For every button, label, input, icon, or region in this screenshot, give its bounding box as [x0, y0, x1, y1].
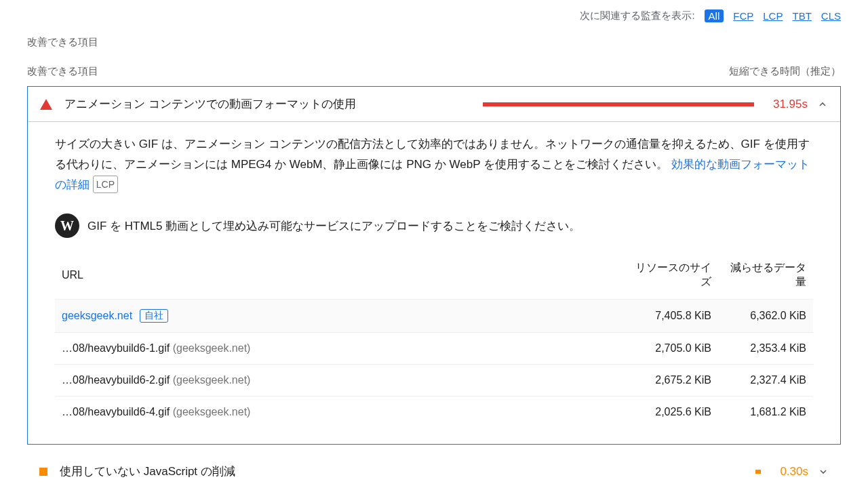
filter-label: 次に関連する監査を表示:	[580, 9, 694, 22]
th-savings: 減らせるデータ量	[718, 251, 813, 300]
resources-table: URL リソースのサイズ 減らせるデータ量 geeksgeek.net 自社 7…	[55, 251, 813, 428]
opportunities-header: 改善できる項目 短縮できる時間（推定）	[27, 65, 841, 78]
audit-metric: 31.95s	[773, 98, 808, 111]
filter-tbt[interactable]: TBT	[792, 10, 811, 22]
audit-header[interactable]: 使用していない JavaScript の削減 0.30s	[27, 454, 841, 488]
table-row[interactable]: …08/heavybuild6-1.gif (geeksgeek.net) 2,…	[55, 333, 813, 365]
filter-cls[interactable]: CLS	[821, 10, 841, 22]
cell-savings: 6,362.0 KiB	[718, 300, 813, 333]
filter-lcp[interactable]: LCP	[763, 10, 783, 22]
section-title: 改善できる項目	[27, 36, 841, 49]
audit-body: サイズの大きい GIF は、アニメーション コンテンツの配信方法として効率的では…	[28, 122, 840, 444]
audit-filter-row: 次に関連する監査を表示: All FCP LCP TBT CLS	[27, 0, 841, 36]
opps-col-right: 短縮できる時間（推定）	[729, 65, 841, 78]
filter-fcp[interactable]: FCP	[733, 10, 753, 22]
stack-hint: W GIF を HTML5 動画として埋め込み可能なサービスにアップロードするこ…	[55, 214, 813, 238]
table-row[interactable]: …08/heavybuild6-2.gif (geeksgeek.net) 2,…	[55, 365, 813, 396]
th-url: URL	[55, 251, 623, 300]
square-orange-icon	[39, 468, 47, 476]
audit-unused-js: 使用していない JavaScript の削減 0.30s	[27, 454, 841, 488]
table-row[interactable]: …08/heavybuild6-4.gif (geeksgeek.net) 2,…	[55, 396, 813, 428]
first-party-badge: 自社	[140, 309, 168, 323]
cell-size: 7,405.8 KiB	[623, 300, 718, 333]
audit-title: 使用していない JavaScript の削減	[60, 464, 490, 479]
audit-metric: 0.30s	[780, 465, 808, 479]
th-size: リソースのサイズ	[623, 251, 718, 300]
audit-header[interactable]: アニメーション コンテンツでの動画フォーマットの使用 31.95s	[28, 87, 840, 122]
lcp-badge: LCP	[93, 176, 118, 194]
chevron-down-icon	[818, 466, 829, 477]
host-name: geeksgeek.net	[62, 310, 132, 321]
audit-title: アニメーション コンテンツでの動画フォーマットの使用	[64, 96, 483, 112]
wordpress-icon: W	[55, 214, 79, 238]
savings-bar	[483, 102, 754, 106]
chevron-up-icon	[817, 99, 828, 110]
hint-text: GIF を HTML5 動画として埋め込み可能なサービスにアップロードすることを…	[87, 218, 580, 234]
opps-col-left: 改善できる項目	[27, 65, 98, 78]
audit-animated-content: アニメーション コンテンツでの動画フォーマットの使用 31.95s サイズの大き…	[27, 86, 841, 445]
table-row-host[interactable]: geeksgeek.net 自社 7,405.8 KiB 6,362.0 KiB	[55, 300, 813, 333]
audit-description: サイズの大きい GIF は、アニメーション コンテンツの配信方法として効率的では…	[55, 134, 813, 195]
triangle-red-icon	[40, 99, 52, 110]
filter-all[interactable]: All	[705, 9, 724, 22]
savings-bar	[490, 470, 761, 474]
